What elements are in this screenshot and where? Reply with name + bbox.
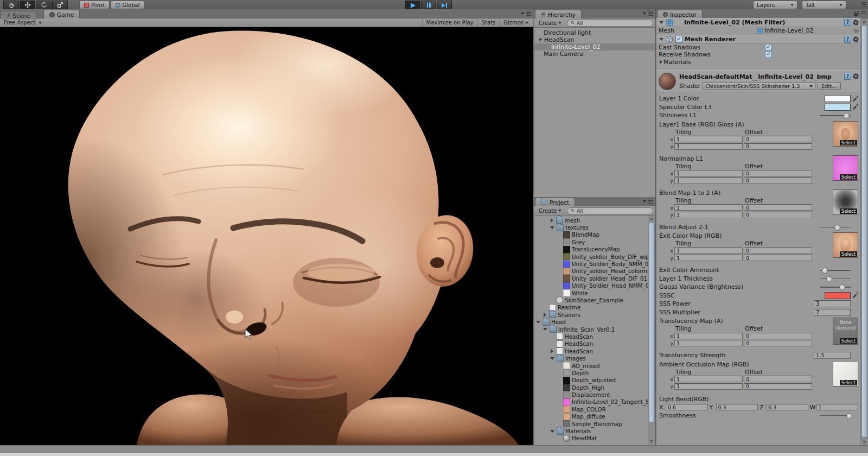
- hierarchy-create-button[interactable]: Create: [537, 20, 564, 26]
- prop-slider[interactable]: [820, 275, 851, 282]
- slider-thumb[interactable]: [834, 225, 840, 231]
- tiling-x-input[interactable]: [674, 376, 743, 382]
- tab-inspector[interactable]: i Inspector: [657, 10, 703, 18]
- tab-game[interactable]: Game: [43, 10, 80, 18]
- foldout-icon[interactable]: [659, 21, 663, 24]
- mesh-renderer-header[interactable]: Mesh Renderer ?: [656, 35, 861, 44]
- panel-dropdown-icon[interactable]: [643, 200, 646, 202]
- help-icon[interactable]: ?: [844, 19, 851, 26]
- scale-tool-button[interactable]: [52, 1, 68, 9]
- panel-menu-icon[interactable]: [648, 199, 653, 204]
- panel-dropdown-icon[interactable]: [521, 12, 524, 15]
- mesh-renderer-enabled-checkbox[interactable]: [675, 36, 682, 43]
- texture-thumbnail[interactable]: None(Texture)Select: [833, 318, 858, 345]
- project-item-map-color[interactable]: Map_COLOR: [534, 406, 655, 413]
- project-item-ao-mixed[interactable]: AO_mixed: [534, 362, 655, 369]
- step-button[interactable]: [437, 1, 452, 10]
- tab-hierarchy[interactable]: Hierarchy: [535, 10, 582, 18]
- project-item-depth-adjusted[interactable]: Depth_adjusted: [534, 377, 655, 384]
- project-item-displacement[interactable]: Displacement: [534, 391, 655, 398]
- offset-y-input[interactable]: [744, 340, 812, 346]
- offset-x-input[interactable]: [744, 376, 812, 382]
- help-icon[interactable]: ?: [844, 36, 851, 43]
- offset-y-input[interactable]: [744, 255, 812, 261]
- foldout-icon[interactable]: [550, 430, 554, 433]
- hierarchy-search-input[interactable]: [577, 20, 649, 26]
- offset-y-input[interactable]: [744, 383, 812, 390]
- texture-thumbnail[interactable]: Select: [833, 232, 858, 258]
- project-item-skinshader-example[interactable]: SkinShader_Example: [534, 296, 655, 303]
- texture-select-button[interactable]: Select: [840, 208, 857, 214]
- project-item-textures[interactable]: textures: [534, 224, 655, 231]
- foldout-icon[interactable]: [660, 60, 662, 64]
- tab-project[interactable]: Project: [535, 198, 575, 206]
- foldout-icon[interactable]: [551, 218, 553, 223]
- texture-thumbnail[interactable]: Select: [833, 121, 858, 147]
- offset-x-input[interactable]: [744, 248, 812, 254]
- prop-slider[interactable]: [820, 267, 851, 274]
- foldout-icon[interactable]: [550, 226, 554, 229]
- gear-icon[interactable]: [853, 73, 859, 79]
- vector-w-input[interactable]: [816, 404, 859, 410]
- mesh-object-field[interactable]: Infinite-Level_02 ◎: [757, 27, 859, 34]
- play-button[interactable]: [405, 1, 420, 10]
- gear-icon[interactable]: [853, 20, 859, 26]
- project-item-headscan[interactable]: HeadScan: [534, 347, 655, 354]
- prop-slider[interactable]: [820, 284, 851, 290]
- project-item-map-diffuse[interactable]: Map_diffuse: [534, 413, 655, 420]
- move-tool-button[interactable]: [20, 1, 35, 9]
- tiling-y-input[interactable]: [674, 383, 743, 390]
- eyedropper-icon[interactable]: [852, 104, 858, 110]
- offset-x-input[interactable]: [744, 170, 812, 176]
- tiling-x-input[interactable]: [674, 170, 743, 176]
- texture-thumbnail[interactable]: Select: [833, 361, 858, 387]
- panel-dropdown-icon[interactable]: [643, 12, 646, 15]
- offset-y-input[interactable]: [744, 178, 812, 184]
- project-item-materials[interactable]: Materials: [534, 427, 655, 434]
- texture-select-button[interactable]: Select: [840, 140, 857, 145]
- pause-button[interactable]: [421, 1, 436, 10]
- color-swatch[interactable]: [825, 104, 851, 111]
- texture-select-button[interactable]: Select: [840, 380, 857, 385]
- mesh-filter-header[interactable]: Infinite-Level_02 (Mesh Filter) ?: [656, 18, 861, 27]
- eyedropper-icon[interactable]: [852, 292, 858, 299]
- project-item-infinite-scan-ver0-1[interactable]: Infinite_Scan_Ver0.1: [534, 326, 655, 333]
- foldout-icon[interactable]: [543, 328, 547, 331]
- tiling-x-input[interactable]: [674, 248, 743, 254]
- materials-foldout-row[interactable]: Materials: [656, 59, 861, 66]
- color-swatch[interactable]: [825, 95, 851, 102]
- foldout-icon[interactable]: [551, 349, 553, 353]
- offset-y-input[interactable]: [744, 212, 812, 218]
- layers-dropdown[interactable]: Layers: [753, 1, 797, 9]
- receive-shadows-checkbox[interactable]: [765, 51, 772, 58]
- inspector-scrollbar-thumb[interactable]: [861, 25, 867, 438]
- tiling-y-input[interactable]: [674, 178, 743, 184]
- tiling-x-input[interactable]: [674, 204, 743, 211]
- foldout-icon[interactable]: [544, 313, 546, 317]
- texture-select-button[interactable]: Select: [840, 338, 857, 344]
- project-search[interactable]: [567, 207, 653, 214]
- project-item-translucencymap[interactable]: TranslucencyMap: [534, 246, 655, 253]
- offset-x-input[interactable]: [744, 204, 812, 211]
- panel-menu-icon[interactable]: [648, 11, 653, 16]
- stats-button[interactable]: Stats: [477, 18, 500, 27]
- project-item-unity-soldier-body-dif-wip[interactable]: Unity_soldier_Body_DIF_wip: [534, 253, 655, 260]
- project-item-headscan[interactable]: HeadScan: [534, 333, 655, 340]
- slider-thumb[interactable]: [822, 268, 828, 274]
- inspector-scrollbar[interactable]: [860, 18, 868, 445]
- project-item-depth-high[interactable]: Depth_High: [534, 384, 655, 391]
- prop-slider[interactable]: [820, 112, 851, 119]
- gear-icon[interactable]: [853, 36, 859, 42]
- slider-thumb[interactable]: [844, 113, 850, 119]
- help-icon[interactable]: ?: [844, 73, 851, 80]
- foldout-icon[interactable]: [550, 357, 554, 360]
- lock-icon[interactable]: [854, 11, 859, 16]
- vector-y-input[interactable]: [716, 404, 758, 410]
- tiling-y-input[interactable]: [674, 212, 743, 218]
- tiling-y-input[interactable]: [674, 340, 743, 346]
- hierarchy-item-headscan[interactable]: HeadScan: [534, 36, 655, 43]
- project-item-depth[interactable]: Depth: [534, 369, 655, 376]
- maximize-on-play-button[interactable]: Maximize on Play: [422, 18, 477, 27]
- hierarchy-search[interactable]: [567, 20, 653, 27]
- prop-value-field[interactable]: [814, 352, 851, 359]
